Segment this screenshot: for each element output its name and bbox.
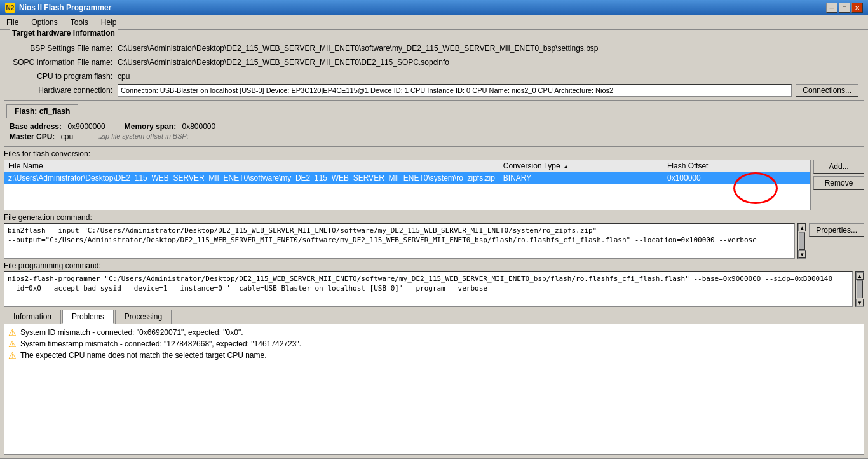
hw-connection-field: Connection: USB-Blaster on localhost [US… (118, 84, 792, 97)
title-bar: N2 Nios II Flash Programmer ─ □ ✕ (0, 0, 868, 15)
close-button[interactable]: ✕ (851, 3, 863, 13)
hw-value: Connection: USB-Blaster on localhost [US… (121, 86, 613, 94)
file-prog-scrollbar[interactable]: ▲ ▼ (855, 271, 864, 307)
file-prog-box: nios2-flash-programmer "C:/Users/Adminis… (4, 271, 853, 307)
base-address-label: Base address: (10, 122, 62, 131)
warning-icon-1: ⚠ (8, 327, 17, 338)
sopc-label: SOPC Information File name: (10, 58, 118, 67)
file-gen-wrapper: bin2flash --input="C:/Users/Administrato… (4, 223, 864, 259)
zip-hint: .zip file system offset in BSP: (98, 132, 189, 141)
base-address-value: 0x9000000 (67, 122, 105, 131)
file-prog-command: nios2-flash-programmer "C:/Users/Adminis… (8, 274, 849, 294)
files-table-container: File Name Conversion Type▲ Flash Offset … (4, 160, 811, 210)
highlight-circle (733, 172, 778, 204)
flash-tab[interactable]: Flash: cfi_flash (6, 104, 78, 118)
file-gen-scrollbar[interactable]: ▲ ▼ (797, 223, 806, 259)
scroll-down-btn[interactable]: ▼ (798, 250, 806, 258)
file-action-buttons: Add... Remove (811, 160, 864, 210)
file-gen-label: File generation command: (4, 213, 864, 222)
master-cpu-value: cpu (61, 132, 73, 141)
file-gen-box: bin2flash --input="C:/Users/Administrato… (4, 223, 795, 259)
prog-scroll-down-btn[interactable]: ▼ (856, 299, 864, 306)
file-programming-section: File programming command: nios2-flash-pr… (4, 261, 864, 307)
warning-row-2: ⚠ System timestamp mismatch - connected:… (8, 339, 860, 349)
warning-icon-2: ⚠ (8, 339, 17, 349)
prog-scroll-up-btn[interactable]: ▲ (856, 272, 864, 280)
target-hardware-group: Target hardware information BSP Settings… (4, 34, 864, 101)
connections-button[interactable]: Connections... (796, 84, 858, 97)
remove-button[interactable]: Remove (813, 176, 864, 190)
tab-information[interactable]: Information (4, 310, 61, 324)
menu-tools[interactable]: Tools (67, 17, 92, 28)
minimize-button[interactable]: ─ (826, 3, 837, 13)
flash-panel: Base address: 0x9000000 Memory span: 0x8… (4, 118, 864, 147)
flash-tab-bar: Flash: cfi_flash (4, 104, 864, 118)
properties-button[interactable]: Properties... (809, 223, 864, 237)
file-prog-label: File programming command: (4, 261, 864, 270)
target-hardware-title: Target hardware information (10, 29, 118, 38)
main-content: Target hardware information BSP Settings… (0, 30, 868, 458)
tab-problems[interactable]: Problems (62, 310, 114, 324)
menu-help[interactable]: Help (97, 17, 121, 28)
menu-bar: File Options Tools Help (0, 15, 868, 30)
col-filename: File Name (4, 160, 499, 172)
window-controls: ─ □ ✕ (826, 3, 863, 13)
files-panel: File Name Conversion Type▲ Flash Offset … (4, 160, 864, 210)
bsp-value: C:\Users\Administrator\Desktop\DE2_115_W… (118, 44, 858, 53)
bottom-panel: ⚠ System ID mismatch - connected: "0x669… (4, 324, 864, 455)
files-table: File Name Conversion Type▲ Flash Offset … (4, 160, 810, 184)
warning-row-1: ⚠ System ID mismatch - connected: "0x669… (8, 328, 860, 338)
properties-wrapper: Properties... (809, 223, 864, 259)
warning-text-2: System timestamp mismatch - connected: "… (20, 339, 301, 348)
bsp-label: BSP Settings File name: (10, 44, 118, 53)
menu-options[interactable]: Options (27, 17, 61, 28)
scroll-up-btn[interactable]: ▲ (798, 224, 806, 231)
cpu-label: CPU to program flash: (10, 72, 118, 81)
flash-section: Flash: cfi_flash Base address: 0x9000000… (4, 104, 864, 147)
prog-scroll-thumb[interactable] (857, 280, 863, 298)
sopc-value: C:\Users\Administrator\Desktop\DE2_115_W… (118, 58, 858, 67)
menu-file[interactable]: File (3, 17, 22, 28)
bottom-tabs-section: Information Problems Processing ⚠ System… (4, 310, 864, 455)
hw-label: Hardware connection: (10, 86, 118, 95)
tab-processing[interactable]: Processing (115, 310, 172, 324)
cpu-value: cpu (118, 72, 858, 81)
memory-span-label: Memory span: (125, 122, 176, 131)
sort-arrow: ▲ (563, 163, 569, 170)
window-title: Nios II Flash Programmer (19, 3, 111, 12)
warning-icon-3: ⚠ (8, 350, 17, 360)
cell-conversion: BINARY (499, 172, 663, 184)
memory-span-value: 0x800000 (182, 122, 215, 131)
files-section: Files for flash conversion: File Name Co… (4, 149, 864, 210)
cell-filename: z:\Users\Administrator\Desktop\DE2_115_W… (4, 172, 499, 184)
warning-row-3: ⚠ The expected CPU name does not match t… (8, 351, 860, 360)
warning-text-3: The expected CPU name does not match the… (20, 351, 267, 360)
col-conversion: Conversion Type▲ (499, 160, 663, 172)
maximize-button[interactable]: □ (839, 3, 850, 13)
files-table-wrapper: File Name Conversion Type▲ Flash Offset … (4, 160, 811, 210)
file-generation-section: File generation command: bin2flash --inp… (4, 213, 864, 259)
col-offset: Flash Offset (663, 160, 810, 172)
cell-offset: 0x100000 (663, 172, 810, 184)
file-gen-command: bin2flash --input="C:/Users/Administrato… (8, 226, 791, 245)
bottom-tab-bar: Information Problems Processing (4, 310, 864, 324)
warning-text-1: System ID mismatch - connected: "0x66920… (20, 328, 243, 337)
table-row[interactable]: z:\Users\Administrator\Desktop\DE2_115_W… (4, 172, 810, 184)
master-cpu-label: Master CPU: (10, 132, 55, 141)
scroll-thumb[interactable] (799, 232, 805, 250)
add-button[interactable]: Add... (813, 160, 864, 174)
files-section-title: Files for flash conversion: (4, 149, 864, 158)
app-icon: N2 (5, 3, 15, 13)
file-prog-wrapper: nios2-flash-programmer "C:/Users/Adminis… (4, 271, 864, 307)
